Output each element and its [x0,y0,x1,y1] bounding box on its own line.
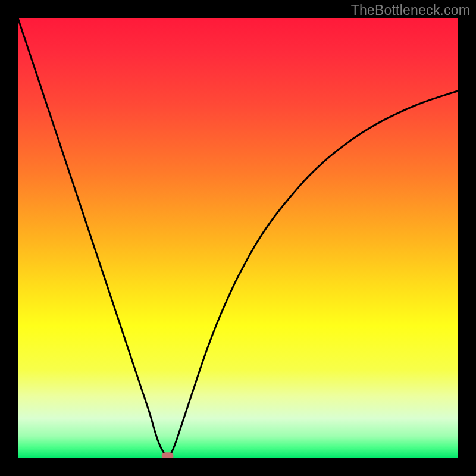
plot-area [18,18,458,458]
optimal-point-marker [162,452,174,458]
watermark-text: TheBottleneck.com [351,2,470,18]
chart-container: TheBottleneck.com [0,0,476,476]
chart-svg [18,18,458,458]
svg-rect-0 [162,452,174,458]
gradient-background [18,18,458,458]
